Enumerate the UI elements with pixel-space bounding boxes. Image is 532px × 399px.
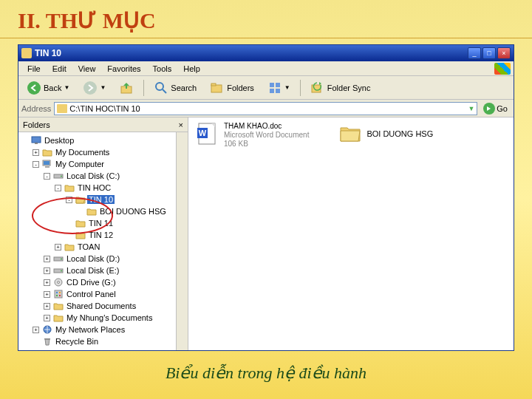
svg-rect-12 <box>32 137 41 143</box>
tree-item[interactable]: +CD Drive (G:) <box>20 276 186 288</box>
tree-expander[interactable]: - <box>66 197 72 203</box>
foldersync-label: Folder Sync <box>327 83 371 92</box>
tree-label: TIN 10 <box>87 195 115 204</box>
drive-icon <box>53 265 64 276</box>
folder-item[interactable]: BOI DUONG HSG <box>338 122 433 146</box>
tree-label: Shared Documents <box>65 301 137 310</box>
tree-expander[interactable]: - <box>33 161 39 168</box>
tree-item[interactable]: +My Documents <box>20 146 186 158</box>
up-button[interactable] <box>114 78 139 98</box>
file-item[interactable]: W THAM KHAO.doc Microsoft Word Document … <box>196 122 309 149</box>
chevron-down-icon: ▼ <box>100 84 106 91</box>
tree-label: Local Disk (D:) <box>65 254 121 263</box>
menu-help[interactable]: Help <box>177 63 206 75</box>
chevron-down-icon: ▼ <box>284 84 290 91</box>
folders-label: Folders <box>227 83 254 92</box>
tree-expander[interactable]: + <box>33 149 39 156</box>
svg-rect-6 <box>211 83 216 86</box>
windows-logo-icon <box>494 63 511 75</box>
cd-icon <box>53 277 64 287</box>
toolbar: Back ▼ ▼ Search Folders <box>18 76 514 100</box>
menu-tools[interactable]: Tools <box>147 63 178 75</box>
svg-rect-31 <box>44 338 50 340</box>
tree-expander[interactable]: + <box>44 291 50 298</box>
tree-item[interactable]: +Shared Documents <box>20 300 186 312</box>
cpanel-icon <box>53 289 64 299</box>
tree-item[interactable]: -My Computer <box>20 158 186 170</box>
chevron-down-icon: ▼ <box>64 84 69 91</box>
svg-point-27 <box>59 292 61 293</box>
go-arrow-icon <box>483 103 495 115</box>
views-button[interactable]: ▼ <box>262 78 296 98</box>
tree-label: TOAN <box>76 242 101 251</box>
close-button[interactable]: × <box>497 47 511 59</box>
tree-item[interactable]: +My Nhung's Documents <box>20 312 186 324</box>
sync-icon <box>310 81 325 95</box>
folder-icon <box>21 48 32 58</box>
tree-expander[interactable]: + <box>33 327 39 333</box>
tree-item[interactable]: TIN 11 <box>20 217 186 229</box>
folders-button[interactable]: Folders <box>205 78 259 98</box>
tree-item[interactable]: Recycle Bin <box>20 335 186 347</box>
go-button[interactable]: Go <box>480 103 511 115</box>
tree-item[interactable]: Desktop <box>20 134 186 146</box>
minimize-button[interactable]: _ <box>468 47 481 59</box>
address-input[interactable]: C:\TIN HOC\TIN 10 ▼ <box>54 102 477 115</box>
chevron-down-icon[interactable]: ▼ <box>468 105 474 112</box>
search-button[interactable]: Search <box>149 78 202 98</box>
maximize-button[interactable]: □ <box>482 47 496 59</box>
tree-scrollbar[interactable] <box>176 132 188 350</box>
tree-label: My Computer <box>54 160 106 168</box>
folder-icon <box>75 218 86 228</box>
tree-item[interactable]: -TIN 10 <box>20 194 186 205</box>
tree-label: Desktop <box>43 136 75 145</box>
tree-label: Local Disk (C:) <box>65 171 121 180</box>
tree-item[interactable]: TIN 12 <box>20 229 186 241</box>
menu-view[interactable]: View <box>72 63 102 75</box>
tree-item[interactable]: +My Network Places <box>20 324 186 335</box>
recycle-icon <box>42 336 52 347</box>
svg-point-3 <box>156 83 163 90</box>
svg-line-4 <box>163 89 166 93</box>
views-icon <box>267 81 282 95</box>
tree-expander[interactable]: + <box>44 279 50 286</box>
menu-file[interactable]: File <box>21 63 47 75</box>
up-folder-icon <box>119 81 134 95</box>
tree-expander[interactable]: + <box>44 303 50 310</box>
tree-expander[interactable]: + <box>55 244 61 250</box>
tree-item[interactable]: +Control Panel <box>20 288 186 300</box>
foldersync-button[interactable]: Folder Sync <box>305 78 376 98</box>
menu-favorites[interactable]: Favorites <box>101 63 146 75</box>
address-label: Address <box>21 104 51 113</box>
pane-close-button[interactable]: × <box>179 120 183 129</box>
tree-item[interactable]: +Local Disk (E:) <box>20 265 186 276</box>
tree-expander[interactable]: - <box>44 173 50 180</box>
tree-expander[interactable]: + <box>44 256 50 262</box>
folder-icon <box>53 301 64 311</box>
svg-point-29 <box>59 295 61 296</box>
tree-label: TIN 12 <box>87 231 115 239</box>
tree-item[interactable]: +TOAN <box>20 241 186 253</box>
tree-item[interactable]: -Local Disk (C:) <box>20 170 186 182</box>
tree-item[interactable]: +Local Disk (D:) <box>20 253 186 265</box>
address-path: C:\TIN HOC\TIN 10 <box>69 104 140 113</box>
tree-item[interactable]: -TIN HOC <box>20 182 186 194</box>
tree-item[interactable]: BOI DUONG HSG <box>20 205 186 217</box>
tree-expander[interactable]: + <box>44 267 50 274</box>
tree-expander[interactable]: + <box>44 315 50 321</box>
window-title: TIN 10 <box>35 48 61 58</box>
pane-title: Folders <box>23 120 50 129</box>
tree-label: CD Drive (G:) <box>65 278 117 287</box>
menu-edit[interactable]: Edit <box>47 63 72 75</box>
tree-expander[interactable]: - <box>55 185 61 191</box>
svg-point-1 <box>83 81 97 95</box>
svg-rect-16 <box>45 166 50 168</box>
back-button[interactable]: Back ▼ <box>21 78 75 98</box>
tree-label: Local Disk (E:) <box>65 266 121 275</box>
tree-label: My Documents <box>54 148 111 157</box>
word-document-icon: W <box>196 122 219 146</box>
svg-point-22 <box>61 270 62 272</box>
content-pane: W THAM KHAO.doc Microsoft Word Document … <box>188 117 514 350</box>
svg-point-28 <box>56 295 58 296</box>
forward-button[interactable]: ▼ <box>78 78 111 98</box>
